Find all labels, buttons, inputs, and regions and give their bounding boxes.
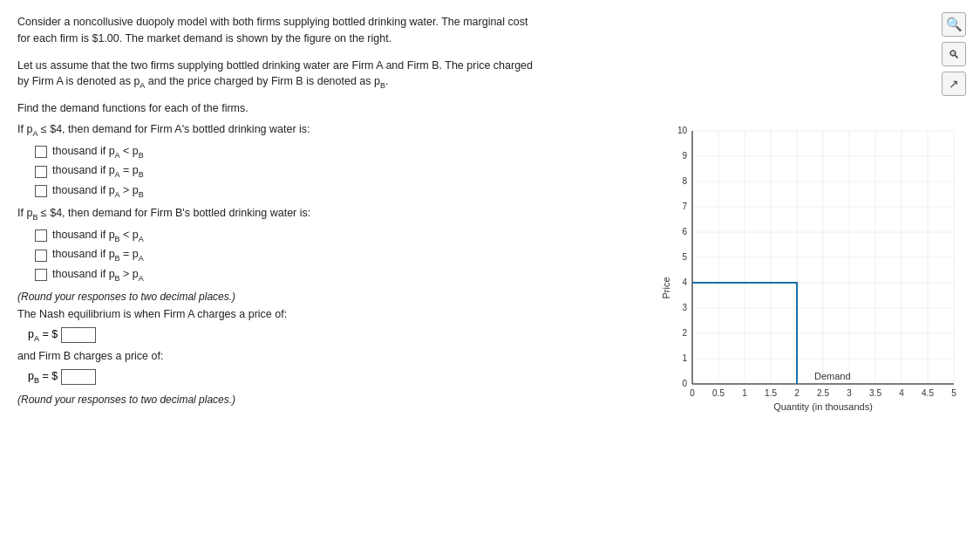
round-note-1: (Round your responses to two decimal pla… — [17, 291, 541, 303]
y-tick-9: 9 — [682, 151, 687, 161]
firmA-label-2: thousand if pA = pB — [52, 164, 144, 179]
x-tick-2: 2 — [794, 388, 800, 398]
y-tick-3: 3 — [682, 303, 687, 312]
firmA-label-3: thousand if pA > pB — [52, 184, 144, 199]
demand-label: Demand — [814, 371, 851, 381]
firmB-label-3: thousand if pB > pA — [52, 268, 144, 283]
pA-label: pA = $ — [28, 328, 58, 343]
y-tick-8: 8 — [682, 176, 687, 186]
firmA-checkbox-3[interactable] — [35, 185, 47, 197]
x-tick-4: 4 — [899, 388, 904, 398]
x-tick-3: 3 — [847, 388, 852, 398]
firmA-checkbox-1[interactable] — [35, 146, 47, 158]
firmB-option-1[interactable]: thousand if pB < pA — [35, 229, 541, 243]
firmB-option-2[interactable]: thousand if pB = pA — [35, 248, 541, 263]
y-tick-10: 10 — [677, 126, 688, 135]
firmB-label-2: thousand if pB = pA — [52, 248, 144, 263]
export-button[interactable]: ↗ — [942, 72, 966, 96]
x-tick-25: 2.5 — [817, 388, 829, 398]
pA-input[interactable] — [61, 327, 96, 343]
x-tick-1: 1 — [742, 388, 747, 398]
chart-container: Price — [657, 122, 971, 532]
x-tick-5: 5 — [951, 388, 956, 398]
pB-label: pB = $ — [28, 370, 58, 385]
firmA-option-2[interactable]: thousand if pA = pB — [35, 164, 541, 179]
demand-chart: Price — [657, 122, 971, 419]
firmA-label-1: thousand if pA < pB — [52, 145, 144, 160]
pB-input[interactable] — [61, 369, 96, 385]
x-axis-label: Quantity (in thousands) — [773, 401, 873, 412]
y-tick-2: 2 — [682, 328, 687, 338]
zoom-out-icon: 🔍︎ — [949, 48, 960, 61]
zoom-in-button[interactable]: 🔍 — [942, 12, 966, 37]
zoom-out-button[interactable]: 🔍︎ — [942, 42, 966, 66]
chart-icon-col: 🔍 🔍︎ ↗ — [942, 12, 966, 96]
x-tick-05: 0.5 — [712, 388, 725, 398]
y-tick-4: 4 — [682, 277, 687, 287]
firmB-option-3[interactable]: thousand if pB > pA — [35, 268, 541, 283]
firmB-label-1: thousand if pB < pA — [52, 229, 144, 243]
firmB-checkbox-3[interactable] — [35, 269, 47, 281]
x-tick-0: 0 — [690, 388, 695, 398]
pA-input-row: pA = $ — [28, 327, 541, 343]
export-icon: ↗ — [949, 77, 959, 91]
firmB-checkbox-1[interactable] — [35, 229, 47, 242]
firmA-options: thousand if pA < pB thousand if pA = pB … — [35, 145, 541, 199]
pB-input-row: pB = $ — [28, 369, 541, 385]
intro-paragraph1: Consider a noncollusive duopoly model wi… — [17, 14, 541, 47]
firm-b-intro: and Firm B charges a price of: — [17, 350, 541, 362]
firmB-checkbox-2[interactable] — [35, 250, 47, 262]
x-tick-35: 3.5 — [869, 388, 881, 398]
y-tick-5: 5 — [682, 252, 687, 262]
firmA-option-1[interactable]: thousand if pA < pB — [35, 145, 541, 160]
y-tick-0: 0 — [682, 379, 687, 388]
x-tick-15: 1.5 — [765, 388, 777, 398]
nash-intro: The Nash equilibrium is when Firm A char… — [17, 308, 541, 320]
firmA-condition: If pA ≤ $4, then demand for Firm A's bot… — [17, 123, 541, 138]
firmB-options: thousand if pB < pA thousand if pB = pA … — [35, 229, 541, 283]
demand-section-label: Find the demand functions for each of th… — [17, 102, 541, 114]
y-axis-label: Price — [661, 277, 671, 298]
firmA-checkbox-2[interactable] — [35, 166, 47, 178]
y-tick-1: 1 — [682, 353, 687, 363]
x-tick-45: 4.5 — [922, 388, 934, 398]
firmA-option-3[interactable]: thousand if pA > pB — [35, 184, 541, 199]
left-panel: Consider a noncollusive duopoly model wi… — [0, 0, 558, 541]
zoom-in-icon: 🔍 — [946, 17, 963, 32]
right-panel: 🔍 🔍︎ ↗ Price — [558, 0, 980, 541]
y-tick-6: 6 — [682, 227, 687, 236]
firmB-condition: If pB ≤ $4, then demand for Firm B's bot… — [17, 207, 541, 222]
intro-paragraph2: Let us assume that the two firms supplyi… — [17, 58, 541, 92]
round-note-2: (Round your responses to two decimal pla… — [17, 394, 541, 406]
y-tick-7: 7 — [682, 202, 687, 211]
